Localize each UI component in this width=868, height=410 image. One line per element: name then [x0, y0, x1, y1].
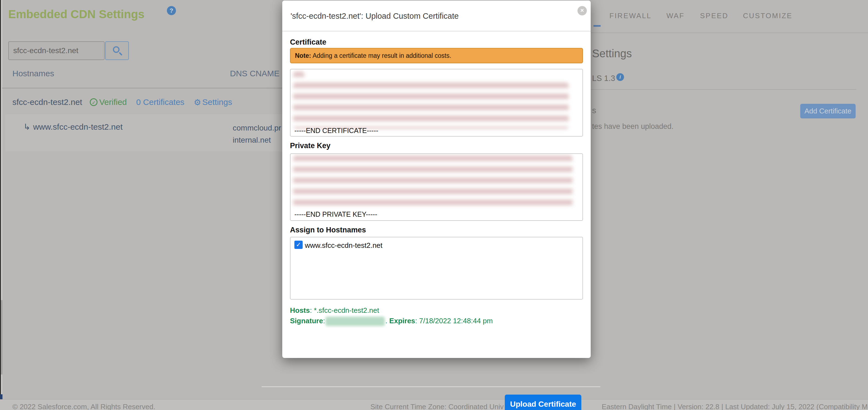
modal-header-divider: [282, 31, 591, 31]
upload-certificate-modal: 'sfcc-ecdn-test2.net': Upload Custom Cer…: [282, 1, 591, 358]
note-text: Adding a certificate may result in addit…: [311, 52, 451, 59]
certificates-heading-fragment: s: [592, 106, 596, 115]
private-key-textarea[interactable]: -----END PRIVATE KEY-----: [290, 153, 583, 221]
expires-value: : 7/18/2022 12:48:44 pm: [415, 317, 493, 325]
search-icon-handle: [119, 52, 122, 56]
screen: Embedded CDN Settings ? Hostnames DNS CN…: [0, 0, 868, 410]
right-panel-divider: [591, 89, 857, 90]
tab-waf[interactable]: WAF: [666, 11, 685, 20]
zone-settings-link[interactable]: Settings: [203, 97, 232, 106]
signature-colon: :: [323, 317, 325, 325]
gear-icon: ⚙: [194, 97, 201, 107]
hostname-text: www.sfcc-ecdn-test2.net: [33, 122, 123, 131]
note-banner: Note: Adding a certificate may result in…: [290, 48, 583, 63]
zone-name: sfcc-ecdn-test2.net: [12, 97, 82, 106]
left-scrollbar-thumb[interactable]: [1, 300, 2, 375]
signature-redacted-chip: [326, 317, 385, 326]
help-icon[interactable]: ?: [167, 6, 176, 15]
subdomain-arrow-icon: ↳: [23, 122, 30, 132]
hosts-value: : *.sfcc-ecdn-test2.net: [310, 306, 379, 314]
certificates-link[interactable]: 0 Certificates: [136, 97, 185, 106]
certificate-textarea[interactable]: -----END CERTIFICATE-----: [290, 69, 583, 136]
settings-heading-fragment: Settings: [592, 48, 632, 60]
add-certificate-button[interactable]: Add Certificate: [800, 104, 856, 118]
search-input[interactable]: [8, 41, 105, 60]
verified-check-icon: ✓: [90, 98, 97, 106]
modal-title: 'sfcc-ecdn-test2.net': Upload Custom Cer…: [290, 11, 459, 21]
tab-customize[interactable]: CUSTOMIZE: [743, 11, 793, 20]
note-bold: Note:: [295, 52, 311, 59]
hostname-checkbox[interactable]: ✓: [294, 241, 303, 249]
hostname-list-box: ✓ www.sfcc-ecdn-test2.net: [290, 237, 583, 299]
info-icon[interactable]: i: [616, 73, 624, 81]
zone-row: sfcc-ecdn-test2.net✓Verified0 Certificat…: [12, 97, 232, 107]
private-key-end-line: -----END PRIVATE KEY-----: [294, 210, 377, 218]
dns-cname-cell: commcloud.pr internal.net: [233, 122, 281, 146]
signature-line: Signature:. Expires: 7/18/2022 12:48:44 …: [290, 317, 493, 326]
certificate-end-line: -----END CERTIFICATE-----: [294, 127, 378, 135]
no-certificates-text: tes have been uploaded.: [592, 122, 674, 131]
tab-firewall[interactable]: FIREWALL: [610, 11, 652, 20]
search-button[interactable]: [105, 41, 129, 60]
upload-certificate-button[interactable]: Upload Certificate: [505, 395, 581, 410]
table-header-divider: [2, 88, 282, 89]
assign-to-hostnames-label: Assign to Hostnames: [290, 226, 366, 234]
expires-label: Expires: [390, 317, 415, 325]
page-title: Embedded CDN Settings: [8, 8, 145, 21]
dialog-bottom-line: [261, 386, 600, 387]
tls-version-fragment: LS 1.3: [592, 74, 615, 83]
certificate-redacted-tip: [293, 72, 304, 81]
signature-label: Signature: [290, 317, 323, 325]
cname-line2: internal.net: [233, 134, 281, 146]
active-tab-underline: [593, 25, 600, 27]
signature-separator: .: [385, 317, 389, 325]
certificate-redacted-block: [293, 83, 569, 129]
footer-copyright: © 2022 Salesforce.com, All Rights Reserv…: [12, 403, 155, 410]
column-header-dns-cname: DNS CNAME: [230, 69, 280, 78]
footer-version-info: Eastern Daylight Time | Version: 22.8 | …: [602, 403, 868, 410]
cname-line1: commcloud.pr: [233, 122, 281, 134]
hosts-line: Hosts: *.sfcc-ecdn-test2.net: [290, 306, 379, 315]
private-key-redacted-block: [293, 156, 572, 211]
hosts-label: Hosts: [290, 306, 310, 314]
certificate-label: Certificate: [290, 38, 326, 46]
private-key-label: Private Key: [290, 141, 331, 150]
search-icon: [113, 46, 120, 53]
hostname-option-label[interactable]: www.sfcc-ecdn-test2.net: [305, 241, 382, 250]
hostname-cell: ↳www.sfcc-ecdn-test2.net: [23, 122, 123, 132]
tab-speed[interactable]: SPEED: [700, 11, 728, 20]
tabs-divider: [591, 32, 868, 33]
close-icon[interactable]: ×: [578, 6, 587, 15]
footer-timezone: Site Current Time Zone: Coordinated Univ: [370, 403, 504, 410]
verified-status: Verified: [99, 97, 127, 106]
column-header-hostnames: Hostnames: [12, 69, 54, 78]
